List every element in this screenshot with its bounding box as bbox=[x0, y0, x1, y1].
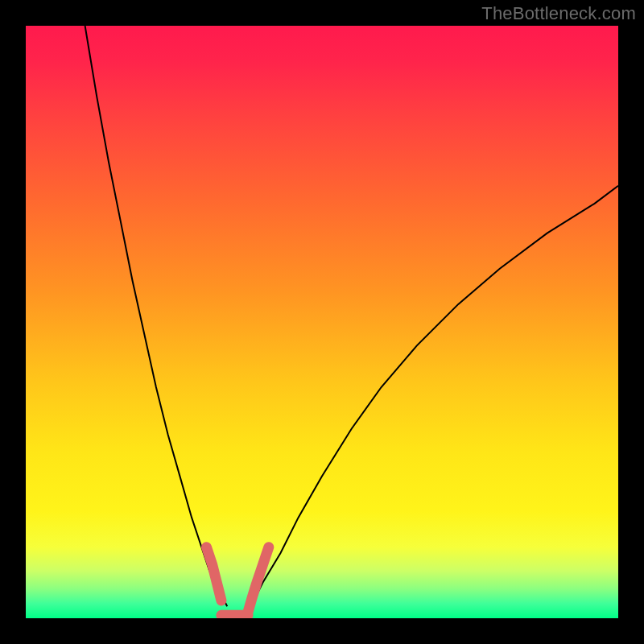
marker-right-ascent bbox=[248, 547, 269, 613]
curve-layer bbox=[26, 26, 618, 618]
outer-frame: TheBottleneck.com bbox=[0, 0, 644, 644]
plot-area bbox=[26, 26, 618, 618]
marker-left-descent bbox=[207, 547, 221, 601]
right-curve bbox=[245, 186, 618, 618]
watermark-text: TheBottleneck.com bbox=[481, 3, 636, 24]
left-curve bbox=[85, 26, 228, 606]
